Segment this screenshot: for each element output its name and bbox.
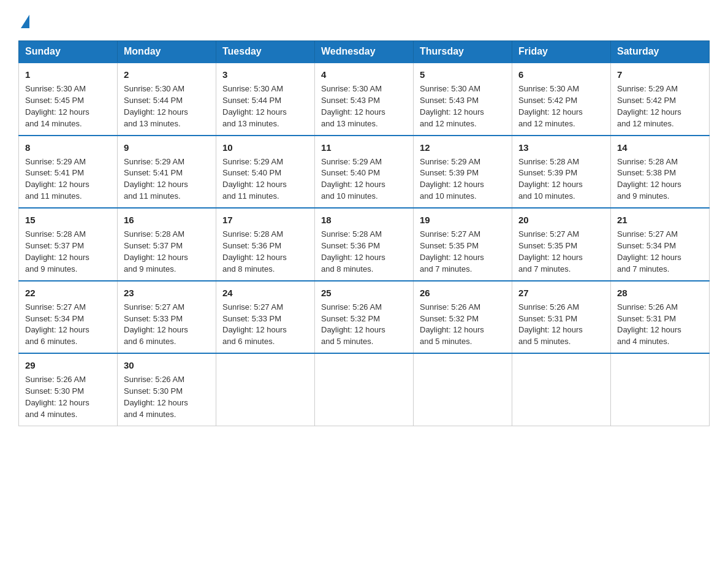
day-info: Sunrise: 5:29 AM Sunset: 5:41 PM Dayligh…	[25, 157, 89, 201]
day-info: Sunrise: 5:28 AM Sunset: 5:39 PM Dayligh…	[518, 157, 583, 201]
calendar-cell: 9 Sunrise: 5:29 AM Sunset: 5:41 PM Dayli…	[118, 136, 216, 209]
day-number: 3	[222, 68, 308, 81]
calendar-cell: 21 Sunrise: 5:27 AM Sunset: 5:34 PM Dayl…	[611, 208, 710, 281]
day-number: 20	[518, 213, 604, 226]
calendar-cell: 25 Sunrise: 5:26 AM Sunset: 5:32 PM Dayl…	[315, 281, 414, 354]
day-info: Sunrise: 5:30 AM Sunset: 5:45 PM Dayligh…	[25, 84, 89, 128]
calendar-cell	[315, 353, 414, 426]
day-number: 9	[124, 141, 210, 154]
day-info: Sunrise: 5:28 AM Sunset: 5:37 PM Dayligh…	[25, 229, 89, 274]
day-info: Sunrise: 5:26 AM Sunset: 5:30 PM Dayligh…	[124, 375, 188, 419]
calendar-cell	[611, 353, 710, 426]
calendar-cell: 30 Sunrise: 5:26 AM Sunset: 5:30 PM Dayl…	[118, 353, 216, 426]
calendar-cell: 27 Sunrise: 5:26 AM Sunset: 5:31 PM Dayl…	[512, 281, 611, 354]
weekday-header-sunday: Sunday	[19, 41, 118, 63]
day-number: 24	[222, 286, 308, 299]
day-number: 28	[617, 286, 703, 299]
day-number: 5	[420, 68, 506, 81]
calendar-cell	[414, 353, 512, 426]
day-info: Sunrise: 5:26 AM Sunset: 5:30 PM Dayligh…	[25, 375, 89, 419]
calendar-cell: 19 Sunrise: 5:27 AM Sunset: 5:35 PM Dayl…	[414, 208, 512, 281]
calendar-cell: 17 Sunrise: 5:28 AM Sunset: 5:36 PM Dayl…	[216, 208, 315, 281]
page-header	[18, 12, 710, 28]
day-number: 27	[518, 286, 604, 299]
day-number: 1	[25, 68, 111, 81]
day-number: 30	[124, 359, 210, 372]
calendar-week-row: 8 Sunrise: 5:29 AM Sunset: 5:41 PM Dayli…	[19, 136, 710, 209]
day-info: Sunrise: 5:28 AM Sunset: 5:37 PM Dayligh…	[124, 229, 188, 274]
day-info: Sunrise: 5:30 AM Sunset: 5:43 PM Dayligh…	[420, 84, 484, 128]
day-info: Sunrise: 5:27 AM Sunset: 5:34 PM Dayligh…	[25, 302, 89, 347]
day-info: Sunrise: 5:30 AM Sunset: 5:42 PM Dayligh…	[518, 84, 583, 128]
day-number: 23	[124, 286, 210, 299]
day-number: 15	[25, 213, 111, 226]
day-info: Sunrise: 5:27 AM Sunset: 5:35 PM Dayligh…	[420, 229, 484, 274]
calendar-cell: 29 Sunrise: 5:26 AM Sunset: 5:30 PM Dayl…	[19, 353, 118, 426]
day-number: 22	[25, 286, 111, 299]
calendar-cell: 23 Sunrise: 5:27 AM Sunset: 5:33 PM Dayl…	[118, 281, 216, 354]
day-number: 21	[617, 213, 703, 226]
day-number: 6	[518, 68, 604, 81]
calendar-cell: 15 Sunrise: 5:28 AM Sunset: 5:37 PM Dayl…	[19, 208, 118, 281]
calendar-cell: 24 Sunrise: 5:27 AM Sunset: 5:33 PM Dayl…	[216, 281, 315, 354]
day-number: 17	[222, 213, 308, 226]
calendar-cell: 10 Sunrise: 5:29 AM Sunset: 5:40 PM Dayl…	[216, 136, 315, 209]
logo-triangle-icon	[21, 15, 29, 28]
weekday-header-wednesday: Wednesday	[315, 41, 414, 63]
logo	[18, 12, 29, 28]
calendar-week-row: 29 Sunrise: 5:26 AM Sunset: 5:30 PM Dayl…	[19, 353, 710, 426]
day-number: 14	[617, 141, 703, 154]
calendar-cell: 4 Sunrise: 5:30 AM Sunset: 5:43 PM Dayli…	[315, 63, 414, 136]
day-info: Sunrise: 5:27 AM Sunset: 5:34 PM Dayligh…	[617, 229, 681, 274]
day-number: 18	[321, 213, 407, 226]
day-info: Sunrise: 5:28 AM Sunset: 5:36 PM Dayligh…	[222, 229, 287, 274]
day-number: 12	[420, 141, 506, 154]
day-number: 8	[25, 141, 111, 154]
day-info: Sunrise: 5:28 AM Sunset: 5:36 PM Dayligh…	[321, 229, 385, 274]
day-info: Sunrise: 5:29 AM Sunset: 5:39 PM Dayligh…	[420, 157, 484, 201]
calendar-cell: 11 Sunrise: 5:29 AM Sunset: 5:40 PM Dayl…	[315, 136, 414, 209]
day-info: Sunrise: 5:29 AM Sunset: 5:41 PM Dayligh…	[124, 157, 188, 201]
calendar-cell: 8 Sunrise: 5:29 AM Sunset: 5:41 PM Dayli…	[19, 136, 118, 209]
calendar-cell: 14 Sunrise: 5:28 AM Sunset: 5:38 PM Dayl…	[611, 136, 710, 209]
weekday-header-friday: Friday	[512, 41, 611, 63]
calendar-cell: 20 Sunrise: 5:27 AM Sunset: 5:35 PM Dayl…	[512, 208, 611, 281]
calendar-cell: 7 Sunrise: 5:29 AM Sunset: 5:42 PM Dayli…	[611, 63, 710, 136]
day-info: Sunrise: 5:26 AM Sunset: 5:31 PM Dayligh…	[518, 302, 583, 347]
day-number: 4	[321, 68, 407, 81]
calendar-cell: 5 Sunrise: 5:30 AM Sunset: 5:43 PM Dayli…	[414, 63, 512, 136]
weekday-header-thursday: Thursday	[414, 41, 512, 63]
day-info: Sunrise: 5:30 AM Sunset: 5:43 PM Dayligh…	[321, 84, 385, 128]
calendar-cell	[512, 353, 611, 426]
day-info: Sunrise: 5:30 AM Sunset: 5:44 PM Dayligh…	[124, 84, 188, 128]
day-number: 19	[420, 213, 506, 226]
day-number: 10	[222, 141, 308, 154]
day-number: 11	[321, 141, 407, 154]
day-info: Sunrise: 5:27 AM Sunset: 5:33 PM Dayligh…	[222, 302, 287, 347]
day-number: 16	[124, 213, 210, 226]
day-info: Sunrise: 5:26 AM Sunset: 5:32 PM Dayligh…	[321, 302, 385, 347]
calendar-cell: 12 Sunrise: 5:29 AM Sunset: 5:39 PM Dayl…	[414, 136, 512, 209]
weekday-header-tuesday: Tuesday	[216, 41, 315, 63]
weekday-header-monday: Monday	[118, 41, 216, 63]
weekday-header-row: SundayMondayTuesdayWednesdayThursdayFrid…	[19, 41, 710, 63]
day-number: 29	[25, 359, 111, 372]
day-info: Sunrise: 5:26 AM Sunset: 5:31 PM Dayligh…	[617, 302, 681, 347]
calendar-cell: 1 Sunrise: 5:30 AM Sunset: 5:45 PM Dayli…	[19, 63, 118, 136]
day-info: Sunrise: 5:27 AM Sunset: 5:35 PM Dayligh…	[518, 229, 583, 274]
calendar-cell: 22 Sunrise: 5:27 AM Sunset: 5:34 PM Dayl…	[19, 281, 118, 354]
calendar-week-row: 1 Sunrise: 5:30 AM Sunset: 5:45 PM Dayli…	[19, 63, 710, 136]
calendar-week-row: 22 Sunrise: 5:27 AM Sunset: 5:34 PM Dayl…	[19, 281, 710, 354]
calendar-cell: 3 Sunrise: 5:30 AM Sunset: 5:44 PM Dayli…	[216, 63, 315, 136]
day-number: 13	[518, 141, 604, 154]
day-number: 7	[617, 68, 703, 81]
day-info: Sunrise: 5:29 AM Sunset: 5:40 PM Dayligh…	[321, 157, 385, 201]
calendar-cell: 28 Sunrise: 5:26 AM Sunset: 5:31 PM Dayl…	[611, 281, 710, 354]
day-info: Sunrise: 5:29 AM Sunset: 5:40 PM Dayligh…	[222, 157, 287, 201]
day-info: Sunrise: 5:29 AM Sunset: 5:42 PM Dayligh…	[617, 84, 681, 128]
day-info: Sunrise: 5:27 AM Sunset: 5:33 PM Dayligh…	[124, 302, 188, 347]
day-number: 25	[321, 286, 407, 299]
calendar-table: SundayMondayTuesdayWednesdayThursdayFrid…	[18, 40, 710, 426]
calendar-cell: 2 Sunrise: 5:30 AM Sunset: 5:44 PM Dayli…	[118, 63, 216, 136]
calendar-cell: 6 Sunrise: 5:30 AM Sunset: 5:42 PM Dayli…	[512, 63, 611, 136]
